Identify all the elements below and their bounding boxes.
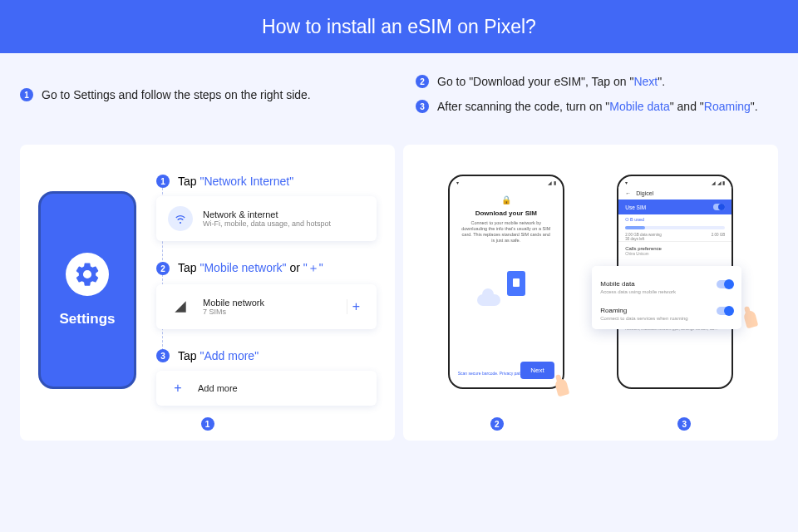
cloud-icon [477,294,500,306]
hand-pointer-icon [740,308,765,336]
settings-phone: Settings [38,191,136,389]
instruction-1-text: Go to Settings and follow the steps on t… [42,88,311,101]
add-more-card[interactable]: + Add more [156,371,377,406]
toggle-icon[interactable] [713,204,725,210]
step-badge-3: 3 [416,100,429,113]
network-internet-card[interactable]: Network & internet Wi-Fi, mobile, data u… [156,196,377,241]
data-used: O B used [618,214,732,224]
instruction-right: 2 Go to "Download your eSIM", Tap on "Ne… [416,75,778,125]
download-desc: Connect to your mobile network by downlo… [450,217,563,248]
add-more-hl: "Add more" [200,349,259,362]
card-sub: Wi-Fi, mobile, data usage, and hotspot [203,219,331,228]
marker-2: 2 [490,417,504,431]
sim-illustration [477,269,535,311]
settings-label: Settings [59,311,115,328]
carrier-name: Digicel [636,190,653,196]
calls-preference-row[interactable]: Calls preference China Unicom [618,241,732,260]
toggle-icon[interactable] [717,280,733,288]
privacy-text: Scan secure barcode. Privacy path [458,371,523,376]
mobile-network-hl: "Mobile network" [200,261,286,274]
marker-3: 3 [677,417,691,431]
card-sub: 7 SIMs [203,308,264,316]
data-bar [625,226,725,229]
screen-3-wrap: ▾◢ ◢ ▮ ← Digicel Use SIM O B used 2.00 [617,175,733,389]
page-title: How to install an eSIM on Pixel? [262,16,536,38]
download-sim-screen: ▾◢ ▮ 🔒 Download your SIM Connect to your… [448,175,564,389]
substep-1: 1 Tap "Network Internet" Network & inter… [156,175,377,241]
mobile-network-card[interactable]: Mobile network 7 SIMs + [156,284,377,329]
status-bar: ▾◢ ▮ [450,176,563,187]
signal-icon [168,294,193,319]
card-title: Network & internet [203,209,331,219]
carrier-header: ← Digicel [618,187,732,200]
card-title: Add more [198,383,238,393]
bar-labels: 2.00 GB data warning30 days left 2.00 GB [618,233,732,241]
data-roaming-popup: Mobile data Access data using mobile net… [592,266,741,329]
toggle-icon[interactable] [717,307,733,315]
substep-badge-2: 2 [156,262,170,275]
plus-hl: "＋" [303,261,323,274]
plus-button[interactable]: + [347,299,365,314]
panel-marker-1: 1 [201,417,214,431]
sim-icon [507,271,525,296]
instruction-2-text: Go to "Download your eSIM", Tap on "Next… [437,75,665,88]
page-header: How to install an eSIM on Pixel? [0,0,798,53]
lock-icon: 🔒 [450,195,563,204]
wifi-icon [168,206,193,231]
instruction-left: 1 Go to Settings and follow the steps on… [20,75,382,125]
substep-3: 3 Tap "Add more" + Add more [156,349,377,406]
back-icon[interactable]: ← [625,190,631,196]
substep-badge-1: 1 [156,175,170,188]
panel-markers: 2 3 [403,417,778,431]
download-title: Download your SIM [450,209,563,217]
status-bar: ▾◢ ◢ ▮ [618,176,732,187]
substep-2: 2 Tap "Mobile network" or "＋" Mobile net… [156,261,377,329]
panel-1: Settings 1 Tap "Network Internet" [20,145,395,441]
gear-icon [66,253,109,296]
network-internet-hl: "Network Internet" [200,175,293,188]
plus-icon: + [168,381,188,396]
steps-column: 1 Tap "Network Internet" Network & inter… [156,175,377,426]
roaming-link: Roaming [704,100,751,113]
content-area: 1 Go to Settings and follow the steps on… [0,53,798,532]
step-badge-1: 1 [20,88,33,101]
instructions-row: 1 Go to Settings and follow the steps on… [20,75,778,125]
panel-2: ▾◢ ▮ 🔒 Download your SIM Connect to your… [403,145,778,441]
card-title: Mobile network [203,298,264,308]
next-link: Next [633,75,658,88]
mobile-data-link: Mobile data [609,100,669,113]
next-button[interactable]: Next [520,362,554,379]
mobile-data-toggle-row[interactable]: Mobile data Access data using mobile net… [600,271,733,298]
substep-badge-3: 3 [156,349,170,362]
panels-row: Settings 1 Tap "Network Internet" [20,145,778,441]
use-sim-row[interactable]: Use SIM [618,200,732,214]
step-badge-2: 2 [416,75,429,88]
roaming-toggle-row[interactable]: Roaming Connect to data services when ro… [600,298,733,324]
instruction-3-text: After scanning the code, turn on "Mobile… [437,100,758,113]
screen-2-wrap: ▾◢ ▮ 🔒 Download your SIM Connect to your… [448,175,564,389]
